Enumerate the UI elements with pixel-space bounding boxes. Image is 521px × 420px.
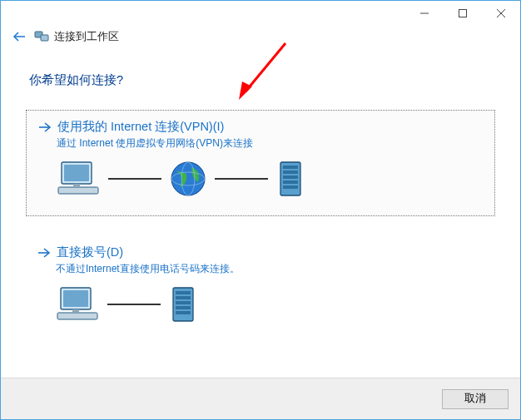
svg-rect-13: [73, 184, 80, 187]
option-dial-title: 直接拨号(D): [57, 245, 123, 260]
computer-icon: [56, 284, 101, 324]
arrow-right-icon: [37, 247, 51, 259]
cancel-button[interactable]: 取消: [442, 389, 509, 409]
option-vpn-desc: 通过 Internet 使用虚拟专用网络(VPN)来连接: [57, 136, 483, 151]
dialog-window: 连接到工作区 你希望如何连接? 使用我的 Internet 连接(VPN)(I)…: [0, 0, 521, 420]
server-icon: [167, 284, 199, 324]
svg-rect-22: [283, 180, 298, 184]
minimize-icon: [420, 9, 429, 17]
maximize-button[interactable]: [444, 1, 482, 25]
svg-rect-28: [72, 309, 79, 313]
svg-rect-30: [176, 291, 191, 294]
svg-rect-8: [41, 35, 48, 41]
connection-line: [215, 178, 268, 180]
svg-rect-19: [283, 166, 298, 169]
content-area: 你希望如何连接? 使用我的 Internet 连接(VPN)(I) 通过 Int…: [1, 47, 520, 378]
page-question: 你希望如何连接?: [29, 72, 495, 88]
option-vpn[interactable]: 使用我的 Internet 连接(VPN)(I) 通过 Internet 使用虚…: [26, 110, 495, 216]
connection-line: [108, 178, 161, 180]
close-icon: [497, 9, 505, 17]
back-arrow-icon: [12, 31, 26, 42]
option-vpn-title: 使用我的 Internet 连接(VPN)(I): [57, 119, 224, 135]
svg-rect-3: [459, 9, 467, 17]
dialog-footer: 取消: [1, 378, 520, 419]
minimize-button[interactable]: [405, 1, 444, 25]
svg-rect-34: [176, 311, 191, 314]
svg-rect-20: [283, 170, 298, 174]
connection-line: [107, 304, 161, 305]
arrow-right-icon: [38, 121, 52, 133]
breadcrumb: 连接到工作区: [1, 26, 520, 47]
option-dial[interactable]: 直接拨号(D) 不通过Internet直接使用电话号码来连接。: [26, 240, 495, 336]
cancel-button-label: 取消: [464, 392, 486, 406]
maximize-icon: [459, 9, 467, 17]
option-dial-illustration: [56, 284, 484, 324]
svg-rect-31: [176, 296, 191, 299]
option-vpn-header: 使用我的 Internet 连接(VPN)(I): [38, 119, 483, 135]
globe-icon: [168, 159, 208, 199]
svg-rect-32: [176, 301, 191, 304]
option-vpn-illustration: [57, 159, 483, 199]
svg-rect-26: [63, 290, 88, 307]
server-icon: [275, 159, 306, 199]
back-button[interactable]: [9, 31, 29, 42]
svg-rect-11: [64, 165, 89, 181]
computer-icon: [57, 159, 102, 199]
svg-rect-12: [58, 187, 98, 194]
svg-rect-21: [283, 175, 298, 179]
option-dial-desc: 不通过Internet直接使用电话号码来连接。: [56, 262, 484, 276]
title-bar: [1, 1, 520, 26]
breadcrumb-title: 连接到工作区: [54, 30, 119, 44]
option-dial-header: 直接拨号(D): [37, 245, 484, 260]
svg-rect-23: [283, 185, 298, 189]
close-button[interactable]: [482, 1, 520, 25]
svg-rect-33: [176, 306, 191, 309]
network-icon: [34, 30, 49, 43]
svg-rect-27: [57, 313, 97, 319]
